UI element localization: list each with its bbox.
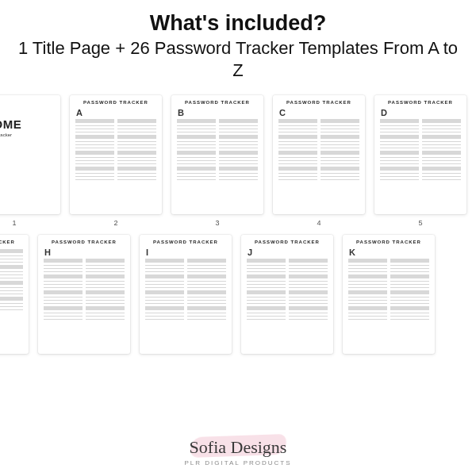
thumbnail-item: PASSWORD TRACKER K [343, 235, 435, 354]
brand-watermark: Sofia Designs PLR DIGITAL PRODUCTS [184, 436, 291, 466]
tracker-letter: B [178, 108, 258, 117]
welcome-subtitle: ur Password Tracker [0, 132, 12, 137]
tracker-heading: PASSWORD TRACKER [0, 240, 23, 244]
tracker-heading: PASSWORD TRACKER [177, 100, 258, 105]
tracker-heading: PASSWORD TRACKER [145, 240, 226, 244]
thumbnail-item: PASSWORD TRACKER J [241, 235, 333, 354]
tracker-thumb: PASSWORD TRACKER B [171, 95, 263, 214]
tracker-letter: H [44, 248, 125, 257]
tracker-thumb: PASSWORD TRACKER D [374, 95, 466, 214]
page-title: What's included? [16, 11, 460, 36]
tracker-heading: PASSWORD TRACKER [44, 240, 125, 244]
header: What's included? 1 Title Page + 26 Passw… [0, 0, 476, 87]
tracker-letter: I [146, 248, 226, 257]
thumbnail-item: PASSWORD TRACKER C 4 [273, 95, 365, 227]
tracker-thumb: PASSWORD TRACKER J [241, 235, 333, 354]
tracker-letter: A [76, 108, 156, 117]
tracker-heading: PASSWORD TRACKER [380, 100, 461, 105]
tracker-heading: PASSWORD TRACKER [278, 100, 359, 105]
page-subtitle: 1 Title Page + 26 Password Tracker Templ… [16, 37, 460, 81]
tracker-heading: PASSWORD TRACKER [348, 240, 429, 244]
tracker-thumb: PASSWORD TRACKER [0, 235, 29, 354]
thumbnail-item: PASSWORD TRACKER H [38, 235, 130, 354]
thumbnail-item: PASSWORD TRACKER A 2 [70, 95, 162, 227]
tracker-thumb: PASSWORD TRACKER I [140, 235, 232, 354]
page-number: 5 [374, 219, 466, 227]
thumbnail-item: ELCOME ur Password Tracker My name: 1 [0, 95, 60, 227]
thumbnail-grid: ELCOME ur Password Tracker My name: 1 PA… [0, 87, 476, 354]
tracker-heading: PASSWORD TRACKER [247, 240, 328, 244]
page-number: 3 [171, 219, 263, 227]
tracker-letter: J [248, 248, 328, 257]
brand-tagline: PLR DIGITAL PRODUCTS [184, 459, 291, 466]
tracker-thumb: PASSWORD TRACKER H [38, 235, 130, 354]
tracker-thumb: PASSWORD TRACKER C [273, 95, 365, 214]
thumbnail-item: PASSWORD TRACKER [0, 235, 29, 354]
thumbnail-row: PASSWORD TRACKER PASSWORD TRACKER H PASS… [0, 227, 476, 354]
welcome-text: ELCOME [0, 117, 21, 131]
tracker-letter: K [349, 248, 429, 257]
thumbnail-item: PASSWORD TRACKER I [140, 235, 232, 354]
page-number: 2 [70, 219, 162, 227]
brand-name: Sofia Designs [184, 437, 291, 458]
page-number: 4 [273, 219, 365, 227]
thumbnail-row: ELCOME ur Password Tracker My name: 1 PA… [0, 87, 476, 227]
page-number: 1 [0, 219, 60, 227]
title-page-thumb: ELCOME ur Password Tracker My name: [0, 95, 60, 214]
tracker-thumb: PASSWORD TRACKER K [343, 235, 435, 354]
thumbnail-item: PASSWORD TRACKER D 5 [374, 95, 466, 227]
tracker-letter: C [279, 108, 359, 117]
tracker-thumb: PASSWORD TRACKER A [70, 95, 162, 214]
tracker-heading: PASSWORD TRACKER [75, 100, 156, 105]
thumbnail-item: PASSWORD TRACKER B 3 [171, 95, 263, 227]
tracker-letter: D [381, 108, 461, 117]
